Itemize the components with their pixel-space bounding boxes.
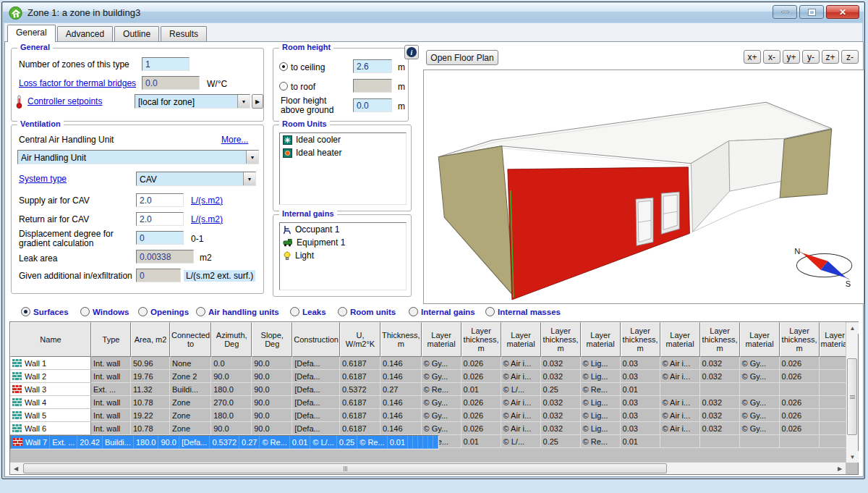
- controller-setpoints-select[interactable]: [local for zone] ▼: [135, 94, 250, 109]
- to-roof-input[interactable]: [353, 79, 392, 93]
- supply-air-input[interactable]: 2.0: [136, 193, 184, 207]
- column-header[interactable]: Layer thickness, m: [700, 322, 740, 357]
- table-cell[interactable]: 0.026: [461, 409, 501, 422]
- open-floor-plan-button[interactable]: Open Floor Plan: [426, 50, 498, 65]
- table-cell[interactable]: 10.78: [131, 422, 170, 435]
- table-cell-name[interactable]: Wall 6: [10, 422, 91, 435]
- table-cell[interactable]: Ext. ...: [50, 436, 77, 449]
- controller-setpoints-link[interactable]: Controller setpoints: [27, 97, 102, 106]
- table-cell[interactable]: Zone: [170, 409, 211, 422]
- filter-radio-air-handling-units[interactable]: Air handling units: [196, 307, 279, 316]
- table-cell[interactable]: 0.146: [380, 396, 422, 409]
- list-item-ideal-heater[interactable]: Ideal heater: [280, 146, 406, 159]
- table-cell[interactable]: [780, 383, 820, 396]
- table-cell[interactable]: © Gy...: [422, 370, 461, 383]
- list-item-ideal-cooler[interactable]: Ideal cooler: [280, 133, 406, 146]
- table-cell[interactable]: Int. wall: [91, 396, 131, 409]
- title-bar[interactable]: Zone 1: a zone in building3 ✕: [3, 3, 864, 22]
- axis-y-minus-button[interactable]: y-: [802, 50, 820, 64]
- table-cell[interactable]: [408, 436, 413, 449]
- zones-input[interactable]: 1: [142, 57, 190, 71]
- table-cell[interactable]: [780, 435, 820, 448]
- table-cell[interactable]: © Air i...: [660, 422, 700, 435]
- table-cell[interactable]: 20.42: [77, 436, 103, 449]
- table-cell[interactable]: [660, 435, 700, 448]
- table-cell[interactable]: © Air i...: [660, 370, 700, 383]
- scroll-down-icon[interactable]: ▼: [846, 451, 859, 463]
- table-cell[interactable]: © Air i...: [501, 357, 541, 370]
- table-cell[interactable]: 0.026: [461, 396, 501, 409]
- table-cell[interactable]: © Lig...: [581, 409, 621, 422]
- horizontal-scrollbar[interactable]: ◀ ▶: [10, 462, 846, 474]
- close-button[interactable]: ✕: [826, 5, 859, 19]
- table-cell[interactable]: © Re...: [357, 436, 387, 449]
- table-cell[interactable]: © Lig...: [581, 370, 621, 383]
- table-cell-name[interactable]: Wall 4: [10, 396, 91, 409]
- table-cell[interactable]: 0.5372: [210, 436, 239, 449]
- table-cell[interactable]: Zone: [170, 422, 211, 435]
- table-cell[interactable]: © Gy...: [740, 396, 780, 409]
- list-item-equipment[interactable]: Equipment 1: [280, 236, 406, 249]
- table-cell[interactable]: 0.032: [541, 409, 581, 422]
- table-cell[interactable]: [Defa...: [292, 409, 340, 422]
- filter-radio-windows[interactable]: Windows: [80, 307, 129, 316]
- column-header[interactable]: Layer material: [422, 322, 461, 357]
- room-units-list[interactable]: Ideal cooler Ideal heater: [279, 132, 407, 205]
- table-cell[interactable]: 0.026: [780, 422, 820, 435]
- column-header[interactable]: Layer material: [740, 322, 780, 357]
- table-cell[interactable]: 90.0: [252, 422, 292, 435]
- to-ceiling-radio[interactable]: [279, 62, 288, 71]
- table-cell-name[interactable]: Wall 5: [10, 409, 91, 422]
- table-cell[interactable]: Buildi...: [170, 383, 211, 396]
- table-cell[interactable]: [660, 383, 700, 396]
- floor-height-input[interactable]: 0.0: [353, 98, 392, 112]
- table-cell[interactable]: © Lig...: [581, 357, 621, 370]
- table-cell[interactable]: 0.27: [380, 383, 422, 396]
- table-row[interactable]: Wall 7Ext. ...20.42Buildi...180.090.0[De…: [10, 435, 439, 450]
- table-cell[interactable]: Zone 2: [170, 370, 211, 383]
- table-row[interactable]: Wall 1Int. wall50.96None0.090.0[Defa...0…: [10, 357, 856, 370]
- table-cell[interactable]: [740, 383, 780, 396]
- filter-radio-openings[interactable]: Openings: [138, 307, 189, 316]
- table-cell[interactable]: 19.76: [131, 370, 170, 383]
- table-cell[interactable]: 0.032: [700, 422, 740, 435]
- table-cell[interactable]: © Gy...: [740, 357, 780, 370]
- scroll-left-icon[interactable]: ◀: [10, 463, 22, 474]
- column-header[interactable]: Layer thickness, m: [461, 322, 501, 357]
- table-cell[interactable]: 90.0: [252, 370, 292, 383]
- setpoints-expand-button[interactable]: ▶: [252, 94, 263, 109]
- table-cell[interactable]: 90.0: [158, 436, 179, 449]
- table-cell[interactable]: 11.32: [131, 383, 170, 396]
- table-cell[interactable]: © Gy...: [740, 370, 780, 383]
- table-cell[interactable]: 0.25: [337, 436, 357, 449]
- table-cell[interactable]: © Air i...: [660, 409, 700, 422]
- table-cell[interactable]: None: [170, 357, 211, 370]
- table-cell[interactable]: 0.6187: [340, 357, 380, 370]
- more-link[interactable]: More...: [221, 135, 248, 145]
- loss-factor-input[interactable]: 0.0: [142, 76, 200, 90]
- table-cell[interactable]: 0.032: [541, 357, 581, 370]
- column-header[interactable]: Layer thickness, m: [780, 322, 820, 357]
- tab-results[interactable]: Results: [161, 26, 207, 41]
- table-cell[interactable]: © Air i...: [660, 357, 700, 370]
- table-cell[interactable]: [Defa...: [292, 396, 340, 409]
- table-cell[interactable]: © L/...: [501, 383, 541, 396]
- table-cell[interactable]: © Air i...: [501, 422, 541, 435]
- table-cell-name[interactable]: Wall 1: [10, 357, 91, 370]
- table-cell[interactable]: © L/...: [310, 436, 337, 449]
- table-cell[interactable]: 0.03: [621, 422, 660, 435]
- column-header[interactable]: U, W/m2°K: [340, 322, 380, 357]
- table-cell[interactable]: © Gy...: [422, 357, 461, 370]
- table-cell[interactable]: 0.032: [541, 370, 581, 383]
- table-cell[interactable]: 0.032: [541, 422, 581, 435]
- table-cell[interactable]: © L/...: [501, 435, 541, 448]
- table-cell[interactable]: © Re...: [260, 436, 289, 449]
- leak-area-input[interactable]: 0.00338: [136, 250, 194, 264]
- table-cell[interactable]: © Re...: [581, 383, 621, 396]
- table-cell[interactable]: 10.78: [131, 396, 170, 409]
- table-cell[interactable]: Int. wall: [91, 370, 131, 383]
- table-cell[interactable]: Buildi...: [103, 436, 134, 449]
- table-cell[interactable]: 90.0: [211, 370, 252, 383]
- to-ceiling-input[interactable]: 2.6: [353, 59, 392, 73]
- maximize-button[interactable]: [799, 5, 824, 19]
